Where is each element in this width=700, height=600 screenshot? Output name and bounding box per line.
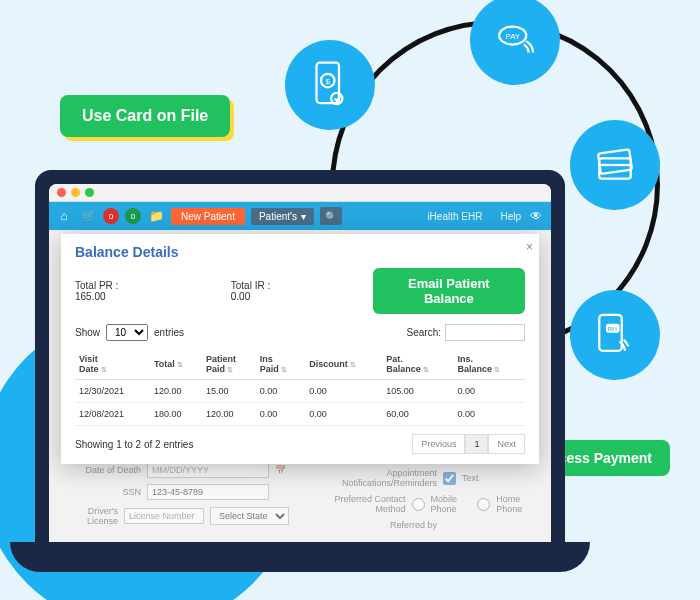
ssn-label: SSN bbox=[61, 487, 141, 497]
pcm-mobile-label: Mobile Phone bbox=[431, 494, 472, 514]
an-label: Appointment Notifications/Reminders bbox=[317, 468, 437, 488]
pcm-home-label: Home Phone bbox=[496, 494, 535, 514]
col-header[interactable]: Pat.Balance⇅ bbox=[382, 349, 453, 380]
message-badge[interactable]: 0 bbox=[125, 208, 141, 224]
patient-dropdown-label: Patient's bbox=[259, 211, 297, 222]
svg-text:PAY: PAY bbox=[608, 326, 619, 332]
svg-text:PAY: PAY bbox=[505, 32, 520, 41]
use-card-on-file-button[interactable]: Use Card on File bbox=[60, 95, 230, 137]
credit-cards-icon bbox=[570, 120, 660, 210]
pcm-label: Preferred Contact Method bbox=[317, 494, 406, 514]
col-header[interactable]: Total⇅ bbox=[150, 349, 202, 380]
folder-icon[interactable]: 📁 bbox=[147, 207, 165, 225]
alert-badge[interactable]: 0 bbox=[103, 208, 119, 224]
search-icon: 🔍 bbox=[325, 211, 337, 222]
new-patient-button[interactable]: New Patient bbox=[171, 208, 245, 225]
svg-rect-6 bbox=[598, 149, 632, 173]
cell: 15.00 bbox=[202, 380, 256, 403]
brand-label: iHealth EHR bbox=[427, 211, 482, 222]
cell: 120.00 bbox=[150, 380, 202, 403]
browser-chrome bbox=[49, 184, 551, 202]
an-text-label: Text bbox=[462, 473, 479, 483]
cell: 0.00 bbox=[305, 403, 382, 426]
cell: 0.00 bbox=[256, 380, 305, 403]
entries-label: entries bbox=[154, 327, 184, 338]
balance-details-modal: × Balance Details Total PR : 165.00 Tota… bbox=[61, 234, 539, 464]
table-row: 12/08/2021180.00120.000.000.0060.000.00 bbox=[75, 403, 525, 426]
dl-state-select[interactable]: Select State bbox=[210, 507, 289, 525]
cell: 60.00 bbox=[382, 403, 453, 426]
col-header[interactable]: PatientPaid⇅ bbox=[202, 349, 256, 380]
dod-input[interactable] bbox=[147, 462, 269, 478]
modal-close-icon[interactable]: × bbox=[526, 240, 533, 254]
dl-input[interactable] bbox=[124, 508, 204, 524]
pager-current[interactable]: 1 bbox=[465, 434, 488, 454]
svg-rect-7 bbox=[599, 158, 631, 178]
phone-money-icon: $ bbox=[285, 40, 375, 130]
total-ir: Total IR : 0.00 bbox=[231, 280, 343, 302]
cart-icon[interactable]: 🛒 bbox=[79, 207, 97, 225]
col-header[interactable]: VisitDate⇅ bbox=[75, 349, 150, 380]
balance-table: VisitDate⇅Total⇅PatientPaid⇅InsPaid⇅Disc… bbox=[75, 349, 525, 426]
tap-pay-icon: PAY bbox=[570, 290, 660, 380]
calendar-icon[interactable]: 📅 bbox=[275, 465, 286, 475]
pcm-home-radio[interactable] bbox=[477, 498, 490, 511]
eye-icon[interactable]: 👁 bbox=[527, 207, 545, 225]
svg-text:$: $ bbox=[326, 77, 331, 86]
modal-title: Balance Details bbox=[75, 244, 525, 260]
pager-next[interactable]: Next bbox=[488, 434, 525, 454]
show-label: Show bbox=[75, 327, 100, 338]
ssn-input[interactable] bbox=[147, 484, 269, 500]
entries-select[interactable]: 10 bbox=[106, 324, 148, 341]
cell: 12/30/2021 bbox=[75, 380, 150, 403]
help-link[interactable]: Help bbox=[500, 211, 521, 222]
table-info: Showing 1 to 2 of 2 entries bbox=[75, 439, 193, 450]
total-pr: Total PR : 165.00 bbox=[75, 280, 201, 302]
cell: 0.00 bbox=[256, 403, 305, 426]
dod-label: Date of Death bbox=[61, 465, 141, 475]
cell: 105.00 bbox=[382, 380, 453, 403]
app-toolbar: ⌂ 🛒 0 0 📁 New Patient Patient's▾ 🔍 iHeal… bbox=[49, 202, 551, 230]
cell: 0.00 bbox=[454, 380, 525, 403]
an-text-checkbox[interactable] bbox=[443, 472, 456, 485]
chevron-down-icon: ▾ bbox=[301, 211, 306, 222]
home-icon[interactable]: ⌂ bbox=[55, 207, 73, 225]
cell: 12/08/2021 bbox=[75, 403, 150, 426]
col-header[interactable]: Discount⇅ bbox=[305, 349, 382, 380]
cell: 180.00 bbox=[150, 403, 202, 426]
patient-dropdown[interactable]: Patient's▾ bbox=[251, 208, 314, 225]
pcm-mobile-radio[interactable] bbox=[412, 498, 425, 511]
cell: 120.00 bbox=[202, 403, 256, 426]
email-patient-balance-button[interactable]: Email Patient Balance bbox=[373, 268, 525, 314]
ref-label: Referred by bbox=[317, 520, 437, 530]
cell: 0.00 bbox=[305, 380, 382, 403]
col-header[interactable]: Ins.Balance⇅ bbox=[454, 349, 525, 380]
laptop-frame: ⌂ 🛒 0 0 📁 New Patient Patient's▾ 🔍 iHeal… bbox=[35, 170, 565, 544]
search-button[interactable]: 🔍 bbox=[320, 207, 342, 225]
cell: 0.00 bbox=[454, 403, 525, 426]
app-screen: ⌂ 🛒 0 0 📁 New Patient Patient's▾ 🔍 iHeal… bbox=[49, 184, 551, 544]
table-row: 12/30/2021120.0015.000.000.00105.000.00 bbox=[75, 380, 525, 403]
pager-prev[interactable]: Previous bbox=[412, 434, 465, 454]
window-max-dot[interactable] bbox=[85, 188, 94, 197]
search-input[interactable] bbox=[445, 324, 525, 341]
dl-label: Driver's License bbox=[61, 506, 118, 526]
window-close-dot[interactable] bbox=[57, 188, 66, 197]
col-header[interactable]: InsPaid⇅ bbox=[256, 349, 305, 380]
laptop-base bbox=[10, 542, 590, 572]
window-min-dot[interactable] bbox=[71, 188, 80, 197]
search-label: Search: bbox=[407, 327, 441, 338]
